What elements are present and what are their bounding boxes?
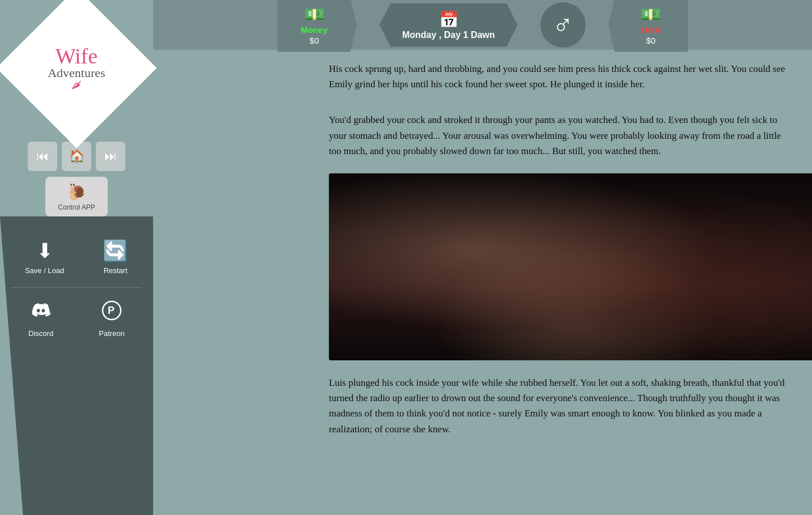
save-load-button[interactable]: ⬇ Save / Load bbox=[18, 235, 71, 279]
day-label: Monday , Day 1 Dawn bbox=[402, 30, 495, 40]
restart-button[interactable]: 🔄 Restart bbox=[96, 235, 135, 279]
story-paragraph-2: You'd grabbed your cock and stroked it t… bbox=[306, 101, 812, 168]
male-symbol-circle: ♂ bbox=[540, 2, 586, 48]
svg-text:P: P bbox=[108, 305, 115, 316]
male-icon: ♂ bbox=[552, 8, 574, 41]
calendar-icon: 📅 bbox=[439, 10, 459, 29]
story-image bbox=[329, 173, 812, 360]
control-app-button[interactable]: 🐌 Control APP bbox=[45, 177, 108, 216]
logo-wife-text: Wife bbox=[48, 45, 105, 69]
main-content: His cock sprung up, hard and throbbing, … bbox=[306, 0, 812, 515]
control-app-icon: 🐌 bbox=[67, 182, 87, 201]
back-button[interactable]: ⏮ bbox=[28, 142, 57, 171]
restart-icon: 🔄 bbox=[103, 239, 128, 263]
patreon-button[interactable]: P Patreon bbox=[92, 296, 132, 342]
action-row: ⬇ Save / Load 🔄 Restart bbox=[0, 225, 153, 285]
sidebar-bottom: ⬇ Save / Load 🔄 Restart Discord bbox=[0, 216, 153, 515]
logo-inner: Wife Adventures 🌶 bbox=[48, 45, 105, 91]
story-image-container bbox=[329, 173, 789, 360]
money-icon: 💵 bbox=[304, 5, 324, 24]
logo-adventures-text: Adventures bbox=[48, 66, 105, 80]
patreon-label: Patreon bbox=[99, 329, 125, 338]
forward-button[interactable]: ⏭ bbox=[96, 142, 125, 171]
social-row: Discord P Patreon bbox=[0, 290, 153, 351]
image-overlay bbox=[329, 173, 812, 360]
discord-icon bbox=[31, 300, 51, 326]
header-bar: 💵 Money $0 📅 Monday , Day 1 Dawn ♂ 💵 Deb… bbox=[153, 0, 812, 50]
control-app-label: Control APP bbox=[58, 203, 95, 211]
logo-chili-icon: 🌶 bbox=[71, 79, 82, 91]
money-label: Money bbox=[301, 25, 328, 35]
debt-icon: 💵 bbox=[641, 5, 661, 24]
save-load-label: Save / Load bbox=[25, 266, 64, 275]
money-value: $0 bbox=[310, 36, 319, 45]
debt-label: Debt bbox=[641, 25, 660, 35]
save-load-icon: ⬇ bbox=[36, 239, 53, 263]
money-chevron: 💵 Money $0 bbox=[277, 0, 357, 52]
sidebar-divider bbox=[11, 287, 142, 288]
sidebar: Wife Adventures 🌶 ⏮ 🏠 ⏭ 🐌 Control APP ⬇ … bbox=[0, 0, 153, 515]
story-paragraph-3: Luis plunged his cock inside your wife w… bbox=[306, 366, 812, 454]
debt-value: $0 bbox=[646, 36, 655, 45]
day-chevron: 📅 Monday , Day 1 Dawn bbox=[379, 3, 518, 47]
patreon-icon: P bbox=[102, 300, 122, 326]
restart-label: Restart bbox=[104, 266, 128, 275]
debt-chevron: 💵 Debt $0 bbox=[608, 0, 688, 52]
discord-button[interactable]: Discord bbox=[22, 296, 60, 342]
discord-label: Discord bbox=[28, 329, 53, 338]
logo-diamond: Wife Adventures 🌶 bbox=[0, 0, 157, 148]
story-paragraph-1: His cock sprung up, hard and throbbing, … bbox=[306, 50, 812, 101]
